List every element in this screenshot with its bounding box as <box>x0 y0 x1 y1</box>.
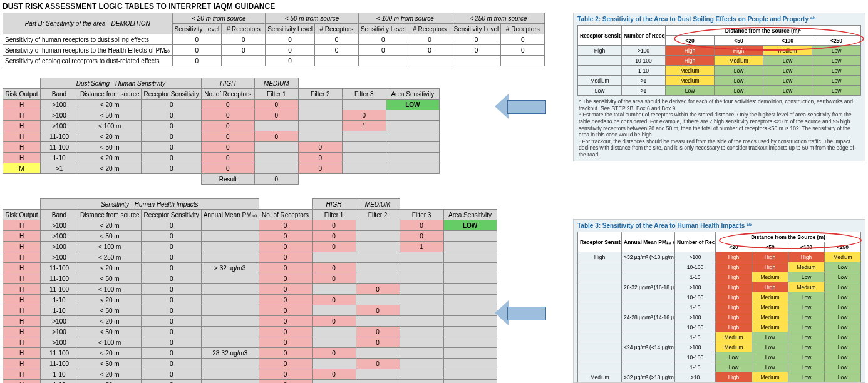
partb-table: Part B: Sensitivity of the area - DEMOLI… <box>3 13 545 66</box>
human-health-table: Sensitivity - Human Health ImpactsHIGHME… <box>3 198 497 383</box>
ref2-title: Table 2: Sensitivity of the Area to Dust… <box>574 13 865 25</box>
dust-soiling-table: Dust Soiling - Human SensitivityHIGHMEDI… <box>3 78 440 185</box>
arrow-left-icon <box>495 94 545 119</box>
circle-annotation <box>719 232 862 249</box>
ref3-title: Table 3: Sensitivity of the Area to Huma… <box>574 220 865 232</box>
ref2-notes: ᵃ The sensitivity of the area should be … <box>574 96 865 161</box>
page-title: DUST RISK ASSESSMENT LOGIC TABLES TO INT… <box>0 0 868 13</box>
circle-annotation <box>674 27 864 51</box>
arrow-left-icon <box>495 300 545 325</box>
